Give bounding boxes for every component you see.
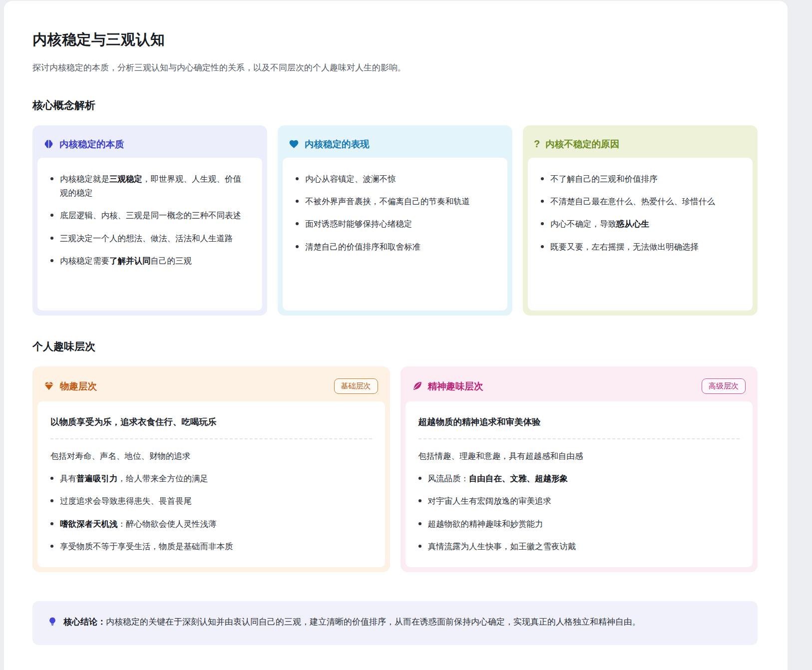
list-item: 内心从容镇定、波澜不惊 <box>296 172 494 186</box>
card-instability-causes: ? 内核不稳定的原因 不了解自己的三观和价值排序 不清楚自己最在意什么、热爱什么… <box>523 125 758 316</box>
bullet-dot <box>50 237 53 240</box>
card-title: 内核稳定的表现 <box>305 138 370 150</box>
card-body: 以物质享受为乐，追求衣食住行、吃喝玩乐 包括对寿命、声名、地位、财物的追求 具有… <box>37 401 385 568</box>
bullet-dot <box>296 177 299 180</box>
bullet-dot <box>541 245 544 248</box>
card-core-essence: 内核稳定的本质 内核稳定就是三观稳定，即世界观、人生观、价值观的稳定 底层逻辑、… <box>32 125 267 316</box>
list-item: 不被外界声音裹挟，不偏离自己的节奏和轨道 <box>296 194 494 208</box>
card-lead: 超越物质的精神追求和审美体验 <box>418 415 740 428</box>
bullet-dot <box>418 499 421 502</box>
level-badge: 高级层次 <box>702 378 746 394</box>
content-page: 内核稳定与三观认知 探讨内核稳定的本质，分析三观认知与内心确定性的关系，以及不同… <box>4 1 788 670</box>
list-item: 内心不确定，导致惑从心生 <box>541 217 740 231</box>
card-header: ? 内核不稳定的原因 <box>528 130 753 158</box>
card-header: 精神趣味层次 高级层次 <box>406 371 753 401</box>
conclusion-box: 核心结论：内核稳定的关键在于深刻认知并由衷认同自己的三观，建立清晰的价值排序，从… <box>32 601 758 645</box>
bullet-dot <box>50 499 53 502</box>
list-item: 具有普遍吸引力，给人带来全方位的满足 <box>50 471 372 485</box>
page-subtitle: 探讨内核稳定的本质，分析三观认知与内心确定性的关系，以及不同层次的个人趣味对人生… <box>32 61 758 74</box>
card-header: 内核稳定的表现 <box>283 130 507 158</box>
feather-icon <box>411 380 422 391</box>
list-item: 不了解自己的三观和价值排序 <box>541 172 740 186</box>
section-heading-interests: 个人趣味层次 <box>32 339 758 353</box>
card-core-manifestation: 内核稳定的表现 内心从容镇定、波澜不惊 不被外界声音裹挟，不偏离自己的节奏和轨道… <box>278 125 512 316</box>
bullet-dot <box>541 200 544 203</box>
bullet-dot <box>50 522 53 525</box>
card-intro: 包括情趣、理趣和意趣，具有超越感和自由感 <box>418 449 740 463</box>
list-item: 风流品质：自由自在、文雅、超越形象 <box>418 471 740 485</box>
bullet-dot <box>541 177 544 180</box>
interest-card-row: 物趣层次 基础层次 以物质享受为乐，追求衣食住行、吃喝玩乐 包括对寿命、声名、地… <box>32 366 758 573</box>
card-spiritual-interests: 精神趣味层次 高级层次 超越物质的精神追求和审美体验 包括情趣、理趣和意趣，具有… <box>401 366 758 573</box>
bullet-dot <box>50 214 53 217</box>
bullet-dot <box>418 545 421 548</box>
bullet-dot <box>541 222 544 225</box>
concept-card-row: 内核稳定的本质 内核稳定就是三观稳定，即世界观、人生观、价值观的稳定 底层逻辑、… <box>32 125 758 316</box>
conclusion-label: 核心结论： <box>63 617 106 627</box>
bullet-dot <box>296 200 299 203</box>
bullet-dot <box>418 477 421 480</box>
bullet-dot <box>50 177 53 180</box>
list-item: 底层逻辑、内核、三观是同一概念的三种不同表述 <box>50 208 249 222</box>
heart-icon <box>289 139 299 149</box>
list-item: 面对诱惑时能够保持心绪稳定 <box>296 217 494 231</box>
section-heading-concepts: 核心概念解析 <box>32 98 758 112</box>
list-item: 过度追求会导致患得患失、畏首畏尾 <box>50 494 372 508</box>
card-intro: 包括对寿命、声名、地位、财物的追求 <box>50 449 372 463</box>
card-body: 内心从容镇定、波澜不惊 不被外界声音裹挟，不偏离自己的节奏和轨道 面对诱惑时能够… <box>283 158 507 311</box>
list-item: 对宇宙人生有宏阔放逸的审美追求 <box>418 494 740 508</box>
dashed-divider <box>418 438 740 439</box>
bullet-dot <box>50 259 53 262</box>
conclusion-text: 核心结论：内核稳定的关键在于深刻认知并由衷认同自己的三观，建立清晰的价值排序，从… <box>63 614 641 632</box>
card-lead: 以物质享受为乐，追求衣食住行、吃喝玩乐 <box>50 415 372 428</box>
gem-icon <box>43 380 54 391</box>
page-title: 内核稳定与三观认知 <box>32 30 758 50</box>
card-title: 内核不稳定的原因 <box>545 138 619 150</box>
list-item: 内核稳定需要了解并认同自己的三观 <box>50 254 249 268</box>
level-badge: 基础层次 <box>334 378 378 394</box>
list-item: 清楚自己的价值排序和取舍标准 <box>296 240 494 254</box>
bullet-dot <box>50 477 53 480</box>
list-item: 享受物质不等于享受生活，物质是基础而非本质 <box>50 539 372 553</box>
list-item: 不清楚自己最在意什么、热爱什么、珍惜什么 <box>541 194 740 208</box>
list-item: 内核稳定就是三观稳定，即世界观、人生观、价值观的稳定 <box>50 172 249 200</box>
card-title: 内核稳定的本质 <box>59 138 124 150</box>
card-material-interests: 物趣层次 基础层次 以物质享受为乐，追求衣食住行、吃喝玩乐 包括对寿命、声名、地… <box>32 366 390 573</box>
bullet-dot <box>296 245 299 248</box>
list-item: 三观决定一个人的想法、做法、活法和人生道路 <box>50 231 249 245</box>
list-item: 超越物欲的精神趣味和妙赏能力 <box>418 517 740 531</box>
bullet-dot <box>50 545 53 548</box>
bulb-icon <box>47 616 57 632</box>
card-body: 不了解自己的三观和价值排序 不清楚自己最在意什么、热爱什么、珍惜什么 内心不确定… <box>528 158 753 311</box>
dashed-divider <box>50 438 372 439</box>
brain-icon <box>43 139 54 149</box>
bullet-dot <box>296 222 299 225</box>
list-item: 既要又要，左右摇摆，无法做出明确选择 <box>541 240 740 254</box>
list-item: 真情流露为人生快事，如王徽之雪夜访戴 <box>418 539 740 553</box>
card-header: 内核稳定的本质 <box>37 130 262 158</box>
card-body: 内核稳定就是三观稳定，即世界观、人生观、价值观的稳定 底层逻辑、内核、三观是同一… <box>37 158 262 311</box>
question-icon: ? <box>534 138 540 150</box>
card-title: 精神趣味层次 <box>428 380 483 392</box>
list-item: 嗜欲深者天机浅：醉心物欲会使人灵性浅薄 <box>50 517 372 531</box>
card-header: 物趣层次 基础层次 <box>37 371 385 401</box>
card-body: 超越物质的精神追求和审美体验 包括情趣、理趣和意趣，具有超越感和自由感 风流品质… <box>406 401 753 568</box>
bullet-dot <box>418 522 421 525</box>
card-title: 物趣层次 <box>60 380 97 392</box>
